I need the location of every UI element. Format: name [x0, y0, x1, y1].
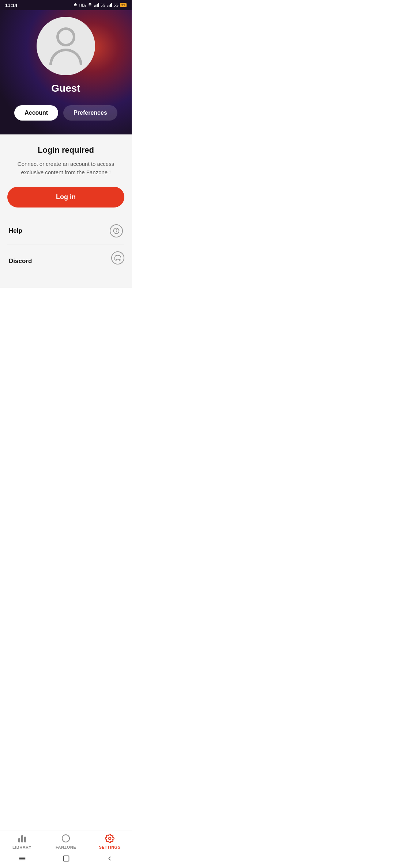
svg-rect-2 [95, 5, 96, 7]
avatar-icon [49, 27, 82, 65]
svg-rect-6 [109, 5, 109, 7]
svg-rect-1 [94, 5, 95, 7]
svg-rect-4 [98, 3, 99, 7]
status-bar: 11:14 HD₂ 5G 5G [0, 0, 132, 10]
svg-rect-3 [97, 4, 98, 7]
hero-section: Guest Account Preferences [0, 10, 132, 134]
discord-label: Discord [7, 251, 32, 265]
svg-rect-8 [111, 3, 112, 7]
5g-label1: 5G [101, 3, 105, 7]
status-icons: HD₂ 5G 5G 21 [73, 3, 127, 8]
mute-icon [73, 3, 78, 8]
login-required-desc: Connect or create an account to access e… [7, 160, 124, 176]
battery-level: 21 [120, 3, 127, 7]
svg-point-0 [90, 7, 90, 7]
svg-rect-7 [110, 4, 110, 7]
5g-label2: 5G [114, 3, 118, 7]
content-section: Login required Connect or create an acco… [0, 134, 132, 288]
hd-badge: HD₂ [79, 3, 86, 7]
username: Guest [51, 83, 80, 94]
avatar [37, 17, 95, 75]
help-icon [110, 224, 123, 237]
help-menu-item[interactable]: Help [7, 218, 124, 244]
avatar-head [56, 27, 75, 46]
discord-icon [111, 251, 124, 264]
help-label: Help [9, 227, 22, 235]
wifi-icon [87, 3, 93, 8]
profile-tabs: Account Preferences [14, 105, 117, 121]
login-button[interactable]: Log in [7, 187, 124, 208]
login-required-title: Login required [7, 145, 124, 155]
status-time: 11:14 [5, 3, 17, 8]
preferences-tab[interactable]: Preferences [63, 105, 117, 121]
account-tab[interactable]: Account [14, 105, 58, 121]
signal2-icon [107, 3, 112, 8]
svg-rect-5 [107, 5, 108, 7]
avatar-body [49, 49, 82, 65]
signal1-icon [94, 3, 99, 8]
svg-point-10 [116, 230, 117, 230]
